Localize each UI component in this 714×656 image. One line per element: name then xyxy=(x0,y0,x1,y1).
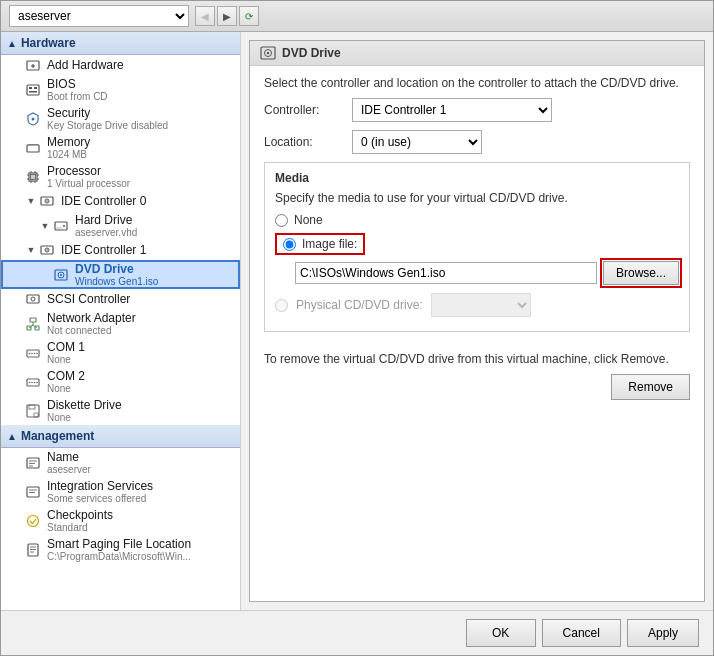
location-row: Location: 0 (in use) xyxy=(264,130,690,154)
scsi-icon xyxy=(25,291,41,307)
dvd-group-title: DVD Drive xyxy=(250,41,704,66)
svg-point-52 xyxy=(34,381,36,383)
svg-point-50 xyxy=(29,381,31,383)
smart-paging-text: Smart Paging File Location C:\ProgramDat… xyxy=(47,537,191,562)
svg-rect-57 xyxy=(27,458,39,468)
smart-paging-icon xyxy=(25,542,41,558)
dvd-drive-name: DVD Drive xyxy=(75,262,158,276)
physical-row: Physical CD/DVD drive: xyxy=(275,293,679,317)
bottom-bar: OK Cancel Apply xyxy=(1,610,713,655)
svg-point-51 xyxy=(31,381,33,383)
ide0-text: IDE Controller 0 xyxy=(61,194,146,208)
sidebar-item-integration[interactable]: Integration Services Some services offer… xyxy=(1,477,240,506)
com1-icon xyxy=(25,345,41,361)
svg-rect-36 xyxy=(27,295,39,303)
svg-point-26 xyxy=(46,200,48,202)
add-hardware-icon xyxy=(25,57,41,73)
network-detail: Not connected xyxy=(47,325,136,336)
add-hardware-name: Add Hardware xyxy=(47,58,124,72)
sidebar-item-ide0[interactable]: ▼ IDE Controller 0 xyxy=(1,191,240,211)
name-text: Name aseserver xyxy=(47,450,91,475)
network-text: Network Adapter Not connected xyxy=(47,311,136,336)
add-hardware-text: Add Hardware xyxy=(47,58,124,72)
sidebar-item-network[interactable]: Network Adapter Not connected xyxy=(1,309,240,338)
svg-point-32 xyxy=(46,249,48,251)
nav-buttons: ◀ ▶ ⟳ xyxy=(195,6,259,26)
ok-button[interactable]: OK xyxy=(466,619,536,647)
sidebar-item-com1[interactable]: COM 1 None xyxy=(1,338,240,367)
management-section-header[interactable]: ▲ Management xyxy=(1,425,240,448)
diskette-text: Diskette Drive None xyxy=(47,398,122,423)
svg-rect-55 xyxy=(29,405,35,409)
sidebar-item-smart-paging[interactable]: Smart Paging File Location C:\ProgramDat… xyxy=(1,535,240,564)
ide0-icon xyxy=(39,193,55,209)
sidebar-item-bios[interactable]: BIOS Boot from CD xyxy=(1,75,240,104)
harddrive-expand-icon: ▼ xyxy=(39,220,51,232)
image-file-label[interactable]: Image file: xyxy=(302,237,357,251)
diskette-icon xyxy=(25,403,41,419)
sidebar-item-dvd-drive[interactable]: ▼ DVD Drive Windows Gen1.iso xyxy=(1,260,240,289)
sidebar-item-security[interactable]: Security Key Storage Drive disabled xyxy=(1,104,240,133)
sidebar-item-hard-drive[interactable]: ▼ Hard Drive aseserver.vhd xyxy=(1,211,240,240)
svg-rect-3 xyxy=(27,85,39,95)
dvd-description: Select the controller and location on th… xyxy=(264,76,690,90)
sidebar-item-scsi[interactable]: SCSI Controller xyxy=(1,289,240,309)
hard-drive-name: Hard Drive xyxy=(75,213,137,227)
cancel-button[interactable]: Cancel xyxy=(542,619,621,647)
remove-button[interactable]: Remove xyxy=(611,374,690,400)
none-radio-label[interactable]: None xyxy=(294,213,323,227)
image-file-input[interactable] xyxy=(295,262,597,284)
location-select[interactable]: 0 (in use) xyxy=(352,130,482,154)
sidebar-item-add-hardware[interactable]: Add Hardware xyxy=(1,55,240,75)
com2-icon xyxy=(25,374,41,390)
sidebar-item-diskette[interactable]: Diskette Drive None xyxy=(1,396,240,425)
machine-select-container: aseserver xyxy=(9,5,189,27)
sidebar-item-ide1[interactable]: ▼ IDE Controller 1 xyxy=(1,240,240,260)
svg-rect-27 xyxy=(55,222,67,230)
memory-name: Memory xyxy=(47,135,90,149)
physical-label: Physical CD/DVD drive: xyxy=(296,298,423,312)
security-icon xyxy=(25,111,41,127)
machine-select[interactable]: aseserver xyxy=(9,5,189,27)
diskette-name: Diskette Drive xyxy=(47,398,122,412)
physical-radio[interactable] xyxy=(275,299,288,312)
refresh-button[interactable]: ⟳ xyxy=(239,6,259,26)
sidebar-item-memory[interactable]: Memory 1024 MB xyxy=(1,133,240,162)
memory-detail: 1024 MB xyxy=(47,149,90,160)
network-icon xyxy=(25,316,41,332)
dvd-drive-icon xyxy=(53,267,69,283)
scsi-text: SCSI Controller xyxy=(47,292,130,306)
sidebar-item-processor[interactable]: Processor 1 Virtual processor xyxy=(1,162,240,191)
media-desc: Specify the media to use for your virtua… xyxy=(275,191,679,205)
svg-point-47 xyxy=(34,352,36,354)
memory-icon xyxy=(25,140,41,156)
controller-select[interactable]: IDE Controller 1 xyxy=(352,98,552,122)
com2-text: COM 2 None xyxy=(47,369,85,394)
main-content: ▲ Hardware Add Hardware BIOS Boot xyxy=(1,32,713,610)
diskette-detail: None xyxy=(47,412,122,423)
title-bar: aseserver ◀ ▶ ⟳ xyxy=(1,1,713,32)
svg-point-64 xyxy=(28,515,39,526)
back-button[interactable]: ◀ xyxy=(195,6,215,26)
image-file-radio[interactable] xyxy=(283,238,296,251)
checkpoints-name: Checkpoints xyxy=(47,508,113,522)
com2-detail: None xyxy=(47,383,85,394)
hardware-section-header[interactable]: ▲ Hardware xyxy=(1,32,240,55)
svg-point-45 xyxy=(29,352,31,354)
svg-point-53 xyxy=(36,381,38,383)
sidebar-item-checkpoints[interactable]: Checkpoints Standard xyxy=(1,506,240,535)
apply-button[interactable]: Apply xyxy=(627,619,699,647)
right-panel: DVD Drive Select the controller and loca… xyxy=(241,32,713,610)
physical-select[interactable] xyxy=(431,293,531,317)
sidebar-item-com2[interactable]: COM 2 None xyxy=(1,367,240,396)
com1-text: COM 1 None xyxy=(47,340,85,365)
forward-button[interactable]: ▶ xyxy=(217,6,237,26)
ide1-text: IDE Controller 1 xyxy=(61,243,146,257)
browse-button[interactable]: Browse... xyxy=(603,261,679,285)
hard-drive-text: Hard Drive aseserver.vhd xyxy=(75,213,137,238)
sidebar-item-name[interactable]: Name aseserver xyxy=(1,448,240,477)
controller-row: Controller: IDE Controller 1 xyxy=(264,98,690,122)
none-radio[interactable] xyxy=(275,214,288,227)
dvd-title-icon xyxy=(260,45,276,61)
ide1-name: IDE Controller 1 xyxy=(61,243,146,257)
